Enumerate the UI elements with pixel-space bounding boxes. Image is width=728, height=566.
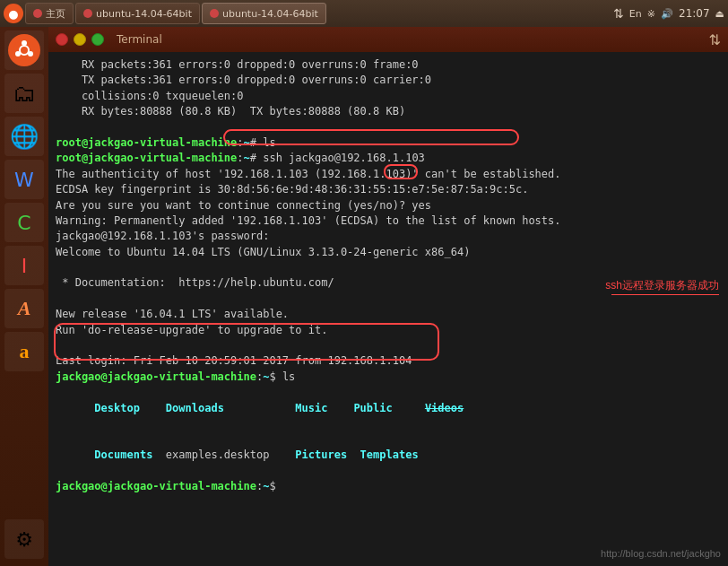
term-line — [56, 120, 721, 135]
term-line: Are you sure you want to continue connec… — [56, 198, 721, 213]
term-line: Last login: Fri Feb 10 20:59:01 2017 fro… — [56, 353, 721, 369]
term-line: TX packets:361 errors:0 dropped:0 overru… — [56, 73, 721, 88]
term-line: Run 'do-release-upgrade' to upgrade to i… — [56, 323, 721, 338]
window-title: Terminal — [117, 33, 162, 46]
sidebar: 🗂 🌐 W C I A a ⚙ — [0, 27, 48, 566]
writer-icon: W — [14, 169, 34, 191]
files-icon: 🗂 — [13, 80, 36, 107]
sidebar-item-ubuntu[interactable] — [4, 30, 44, 70]
title-right-controls: ⇅ — [709, 31, 721, 48]
term-prompt: jackgao@jackgao-virtual-machine:~$ — [56, 479, 721, 494]
term-line: collisions:0 txqueuelen:0 — [56, 89, 721, 104]
term-line — [56, 260, 721, 275]
tab2-label: ubuntu-14.04-64bit — [222, 8, 318, 20]
term-line: jackgao@192.168.1.103's password: — [56, 229, 721, 244]
amazon-icon: a — [20, 340, 30, 363]
main-window: Terminal ⇅ RX packets:361 errors:0 dropp… — [48, 27, 728, 566]
term-ssh-command: root@jackgao-virtual-machine:~# ssh jack… — [56, 151, 721, 166]
taskbar-tab2[interactable]: ubuntu-14.04-64bit — [202, 3, 326, 24]
term-line: ECDSA key fingerprint is 30:8d:56:6e:9d:… — [56, 182, 721, 197]
taskbar-home-tab[interactable]: 主页 — [25, 3, 74, 24]
sort-icon[interactable]: ⇅ — [613, 6, 624, 21]
sidebar-item-amazon[interactable]: a — [4, 332, 44, 371]
term-line — [56, 292, 721, 307]
window-maximize-button[interactable] — [91, 33, 104, 46]
term-line: Warning: Permanently added '192.168.1.10… — [56, 213, 721, 229]
term-line: root@jackgao-virtual-machine:~# ls — [56, 135, 721, 151]
bluetooth-icon[interactable]: ※ — [647, 8, 655, 20]
clock: 21:07 — [679, 7, 710, 20]
title-sort-icon[interactable]: ⇅ — [709, 31, 721, 48]
calc-icon: C — [17, 212, 30, 234]
term-ls-row2: Documents examples.desktop Pictures Temp… — [56, 431, 721, 478]
sidebar-item-impress[interactable]: I — [4, 246, 44, 285]
font-icon: A — [18, 297, 31, 320]
sidebar-item-settings[interactable]: ⚙ — [4, 519, 44, 559]
volume-icon[interactable]: 🔊 — [661, 8, 673, 20]
home-close-icon[interactable] — [33, 9, 42, 18]
taskbar-right-area: ⇅ En ※ 🔊 21:07 ⏏ — [613, 6, 724, 21]
term-ls-row1: Desktop Downloads Music Public Videos — [56, 385, 721, 431]
term-line: New release '16.04.1 LTS' available. — [56, 307, 721, 322]
title-bar: Terminal ⇅ — [48, 27, 728, 52]
term-line — [56, 338, 721, 353]
sidebar-item-font[interactable]: A — [4, 289, 44, 328]
sidebar-item-writer[interactable]: W — [4, 160, 44, 199]
taskbar: ● 主页 ubuntu-14.04-64bit ubuntu-14.04-64b… — [0, 0, 728, 27]
settings-icon: ⚙ — [15, 528, 33, 551]
watermark: http://blog.csdn.net/jackgho — [601, 548, 721, 559]
sidebar-item-firefox[interactable]: 🌐 — [4, 117, 44, 156]
home-tab-label: 主页 — [46, 7, 65, 21]
tab1-close-icon[interactable] — [83, 9, 92, 18]
lang-indicator[interactable]: En — [629, 8, 642, 20]
term-line: Welcome to Ubuntu 14.04 LTS (GNU/Linux 3… — [56, 245, 721, 260]
window-minimize-button[interactable] — [74, 33, 86, 46]
taskbar-tab1[interactable]: ubuntu-14.04-64bit — [75, 3, 200, 24]
tab1-label: ubuntu-14.04-64bit — [96, 8, 192, 20]
tab2-close-icon[interactable] — [210, 9, 219, 18]
firefox-icon: 🌐 — [10, 123, 39, 150]
window-close-button[interactable] — [56, 33, 68, 46]
ubuntu-menu-button[interactable]: ● — [4, 4, 23, 23]
terminal-content[interactable]: RX packets:361 errors:0 dropped:0 overru… — [48, 52, 728, 566]
sidebar-item-calc[interactable]: C — [4, 203, 44, 242]
term-line: jackgao@jackgao-virtual-machine:~$ ls — [56, 370, 721, 385]
power-icon[interactable]: ⏏ — [715, 8, 724, 20]
impress-icon: I — [22, 255, 28, 277]
term-line: The authenticity of host '192.168.1.103 … — [56, 167, 721, 182]
term-line: RX bytes:80888 (80.8 KB) TX bytes:80888 … — [56, 104, 721, 119]
sidebar-item-files[interactable]: 🗂 — [4, 74, 44, 113]
term-line: RX packets:361 errors:0 dropped:0 overru… — [56, 57, 721, 73]
ssh-success-annotation: ssh远程登录服务器成功 — [605, 278, 719, 293]
ubuntu-logo — [8, 34, 40, 66]
